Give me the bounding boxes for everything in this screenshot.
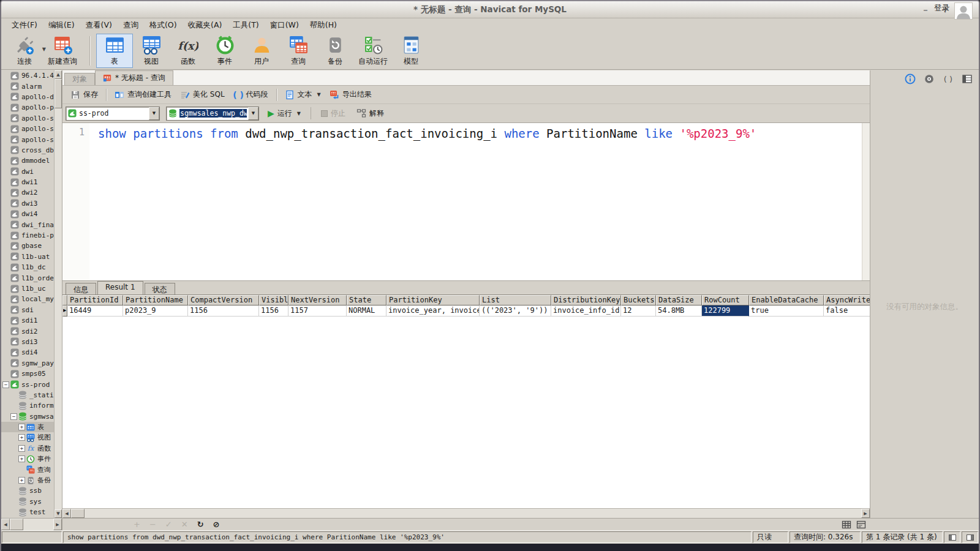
tree-vertical-scrollbar[interactable]: ▲ ▼ <box>54 70 62 518</box>
cell-State[interactable]: NORMAL <box>347 305 386 317</box>
qt-button-text-doc[interactable]: 文本▼ <box>281 88 325 102</box>
login-link[interactable]: 登录 <box>934 3 949 13</box>
scroll-up-icon[interactable]: ▲ <box>55 70 62 79</box>
tree-item-l1b_dc[interactable]: l1b_dc <box>1 262 54 272</box>
sql-editor[interactable]: 1 show partitions from dwd_nwp_transacti… <box>62 123 870 280</box>
toolbar-button-new-query[interactable]: 新建查询 <box>43 34 82 68</box>
tree-item-dwi4[interactable]: dwi4 <box>1 209 54 219</box>
toolbar-button-event[interactable]: 事件 <box>206 34 243 68</box>
menu-格式(O)[interactable]: 格式(O) <box>144 19 183 32</box>
tree-item-sys[interactable]: sys <box>1 497 54 507</box>
tree-item-sdi1[interactable]: sdi1 <box>1 315 54 326</box>
tree-item-test[interactable]: test <box>1 507 54 517</box>
menu-帮助(H)[interactable]: 帮助(H) <box>304 19 342 32</box>
tree-hscroll-thumb[interactable] <box>10 519 23 530</box>
tree-item-dwi1[interactable]: dwi1 <box>1 177 54 187</box>
column-header-RowCount[interactable]: RowCount <box>702 295 749 305</box>
tree-item-gbase[interactable]: gbase <box>1 241 54 251</box>
menu-文件(F)[interactable]: 文件(F) <box>6 19 43 32</box>
qt-button-code-snippet[interactable]: ( )代码段 <box>229 88 273 102</box>
grid-view-icon[interactable] <box>842 520 851 530</box>
scroll-right-icon[interactable]: ▶ <box>53 519 62 530</box>
dropdown-caret-icon[interactable]: ▼ <box>317 92 321 97</box>
stop-load-icon[interactable]: ⊘ <box>213 520 220 528</box>
toolbar-button-connection-plug[interactable]: 连接▼ <box>6 34 43 68</box>
scroll-down-icon[interactable]: ▼ <box>55 509 62 518</box>
column-header-List[interactable]: List <box>480 295 551 305</box>
cell-AsyncWrite[interactable]: false <box>824 305 870 317</box>
qt-button-export-result[interactable]: 导出结果 <box>325 88 376 102</box>
cell-PartitionName[interactable]: p2023_9 <box>123 305 188 317</box>
column-header-CompactVersion[interactable]: CompactVersion <box>188 295 259 305</box>
toolbar-button-function[interactable]: f(x)函数 <box>170 34 206 68</box>
run-button[interactable]: ▶ 运行 ▼ <box>265 107 303 120</box>
connection-select[interactable]: ss-prod ▼ <box>66 107 160 121</box>
tree-item-sdi[interactable]: sdi <box>1 305 54 315</box>
toolbar-button-model[interactable]: 模型 <box>393 34 429 68</box>
result-tab-Result 1[interactable]: Result 1 <box>97 281 143 294</box>
explain-button[interactable]: 解释 <box>354 107 386 120</box>
tree-item-sdi2[interactable]: sdi2 <box>1 326 54 336</box>
tree-item-apollo-s[interactable]: apollo-s <box>1 124 54 134</box>
toggle-left-panel-button[interactable] <box>944 531 960 543</box>
cell-PartitionId[interactable]: 16449 <box>67 305 123 317</box>
grid-horizontal-scrollbar[interactable]: ◀ ▶ <box>62 508 870 518</box>
tree-item-apollo-s[interactable]: apollo-s <box>1 134 54 144</box>
toolbar-button-table[interactable]: 表 <box>96 34 133 68</box>
scroll-right-icon[interactable]: ▶ <box>861 509 870 518</box>
menu-窗口(W)[interactable]: 窗口(W) <box>265 19 304 32</box>
cell-EnableDataCache[interactable]: true <box>749 305 824 317</box>
tab-对象[interactable]: 对象 <box>64 73 95 85</box>
column-header-Buckets[interactable]: Buckets <box>621 295 656 305</box>
tree-item-l1b-uat[interactable]: l1b-uat <box>1 252 54 262</box>
column-header-DataSize[interactable]: DataSize <box>656 295 702 305</box>
tree-item-查询[interactable]: 查询 <box>1 464 54 474</box>
tree-item-sgmwsa[interactable]: −sgmwsa <box>1 411 54 422</box>
tree-item-dwi[interactable]: dwi <box>1 167 54 177</box>
qt-button-query-builder[interactable]: 查询创建工具 <box>110 88 176 102</box>
titlebar[interactable]: * 无标题 - 查询 - Navicat for MySQL –+× <box>1 1 979 18</box>
tree-item-dwi3[interactable]: dwi3 <box>1 198 54 209</box>
tree-item-sgmw_pay[interactable]: sgmw_pay <box>1 358 54 369</box>
qt-button-beautify-sql[interactable]: 美化 SQL <box>176 88 229 102</box>
braces-icon[interactable]: ( ) <box>943 73 954 84</box>
toolbar-button-view[interactable]: 视图 <box>133 34 170 68</box>
result-tab-信息[interactable]: 信息 <box>66 283 96 294</box>
tree-item-表[interactable]: +表 <box>1 422 54 432</box>
column-header-NextVersion[interactable]: NextVersion <box>288 295 347 305</box>
eye-icon[interactable] <box>924 73 935 84</box>
tree-item-96.4.1.4[interactable]: 96.4.1.4 <box>1 70 54 81</box>
object-grid-icon[interactable] <box>962 73 973 84</box>
toolbar-button-automation[interactable]: 自动运行 <box>353 34 393 68</box>
column-header-PartitionId[interactable]: PartitionId <box>67 295 123 305</box>
column-header-PartitionKey[interactable]: PartitionKey <box>386 295 480 305</box>
tab-* 无标题 - 查询[interactable]: * 无标题 - 查询 <box>95 70 173 85</box>
cell-RowCount[interactable]: 122799 <box>702 305 749 317</box>
collapse-icon[interactable]: − <box>2 381 9 388</box>
cell-DataSize[interactable]: 54.8MB <box>656 305 702 317</box>
refresh-icon[interactable]: ↻ <box>197 520 204 528</box>
toolbar-button-user[interactable]: 用户 <box>243 34 280 68</box>
tree-item-sdi3[interactable]: sdi3 <box>1 337 54 347</box>
menu-编辑(E)[interactable]: 编辑(E) <box>43 19 80 32</box>
scroll-left-icon[interactable]: ◀ <box>1 519 10 530</box>
expand-icon[interactable]: + <box>18 455 25 462</box>
toggle-right-panel-button[interactable] <box>962 531 978 543</box>
cell-CompactVersion[interactable]: 1156 <box>188 305 259 317</box>
info-icon[interactable] <box>905 73 916 84</box>
tree-item-apollo-p[interactable]: apollo-p <box>1 102 54 113</box>
tree-item-l1b_uc[interactable]: l1b_uc <box>1 283 54 294</box>
collapse-icon[interactable]: − <box>10 413 17 420</box>
tree-item-apollo-d[interactable]: apollo-d <box>1 92 54 102</box>
tree-horizontal-scrollbar[interactable]: ◀ ▶ <box>1 519 62 530</box>
tree-scroll-thumb[interactable] <box>55 79 62 108</box>
tree-item-事件[interactable]: +事件 <box>1 454 54 464</box>
tree-item-ss-prod[interactable]: −ss-prod <box>1 379 54 389</box>
menu-查看(V)[interactable]: 查看(V) <box>80 19 118 32</box>
qt-button-save[interactable]: 保存 <box>66 88 102 102</box>
tree-item-local_my[interactable]: local_my <box>1 294 54 304</box>
tree-item-函数[interactable]: +fx函数 <box>1 443 54 454</box>
cell-VisibleVer[interactable]: 1156 <box>259 305 288 317</box>
editor-scrollbar[interactable] <box>862 123 870 280</box>
tree-item-备份[interactable]: +备份 <box>1 475 54 485</box>
